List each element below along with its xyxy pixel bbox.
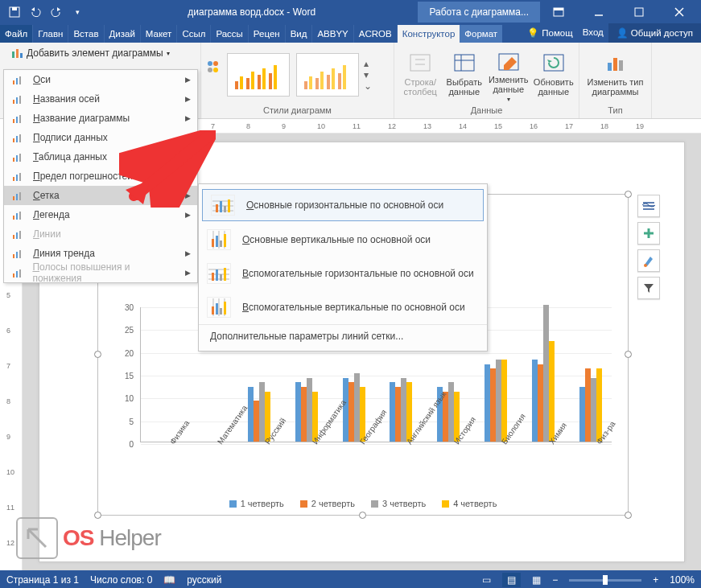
svg-rect-15 (235, 81, 238, 89)
legend-item[interactable]: 1 четверть (229, 499, 284, 508)
web-layout-button[interactable]: ▦ (532, 574, 541, 586)
tab-mailings[interactable]: Рассы (211, 25, 248, 43)
refresh-data-button[interactable]: Обновить данные (533, 47, 574, 103)
print-layout-button[interactable]: ▤ (502, 573, 521, 587)
tell-me[interactable]: 💡Помощ (522, 23, 577, 43)
resize-handle[interactable] (94, 351, 101, 358)
svg-rect-52 (13, 158, 14, 162)
bar[interactable] (532, 360, 538, 442)
bar[interactable] (585, 368, 591, 442)
page-indicator[interactable]: Страница 1 из 1 (6, 574, 79, 586)
bar[interactable] (401, 378, 406, 442)
zoom-in-button[interactable]: + (653, 574, 658, 586)
menu-item-data-labels[interactable]: Подписи данных▶ (4, 128, 197, 147)
bar[interactable] (549, 341, 555, 442)
bar[interactable] (348, 382, 354, 442)
bar[interactable] (301, 387, 307, 442)
bar[interactable] (343, 378, 348, 442)
tab-layout[interactable]: Макет (141, 25, 178, 43)
chart-filters-button[interactable] (637, 277, 660, 299)
styles-gallery-more[interactable]: ▴▾⌄ (364, 58, 375, 92)
bar[interactable] (485, 364, 490, 442)
tab-insert[interactable]: Встав (68, 25, 104, 43)
qat-customize[interactable]: ▾ (68, 2, 87, 22)
bar[interactable] (579, 387, 585, 442)
bar[interactable] (259, 382, 265, 442)
change-chart-type-button[interactable]: Изменить тип диаграммы (584, 47, 646, 103)
signin-link[interactable]: Вход (578, 23, 608, 43)
resize-handle[interactable] (625, 351, 632, 358)
gridlines-option-3[interactable]: Вспомогательные вертикальные по основной… (199, 290, 487, 324)
legend-item[interactable]: 2 четверть (300, 499, 355, 508)
tab-file[interactable]: Файл (0, 25, 33, 43)
chart-style-1[interactable] (227, 53, 290, 97)
layout-options-button[interactable] (637, 195, 660, 217)
edit-data-button[interactable]: Изменить данные▾ (487, 47, 530, 103)
bar[interactable] (448, 382, 454, 442)
zoom-level[interactable]: 100% (670, 574, 695, 586)
spellcheck-icon[interactable]: 📖 (163, 574, 175, 586)
svg-rect-16 (240, 76, 243, 89)
language-indicator[interactable]: русский (187, 574, 221, 586)
gridlines-option-1[interactable]: Основные вертикальные по основной оси (199, 223, 487, 257)
chart-legend[interactable]: 1 четверть2 четверть3 четверть4 четверть (98, 499, 628, 508)
legend-item[interactable]: 4 четверть (442, 499, 497, 508)
ribbon-display-options[interactable] (540, 0, 577, 23)
menu-item-chart-title[interactable]: Название диаграммы▶ (4, 109, 197, 128)
menu-item-error-bars[interactable]: Предел погрешностей▶ (4, 167, 197, 186)
bar[interactable] (543, 305, 549, 442)
zoom-out-button[interactable]: − (552, 574, 558, 586)
bar[interactable] (354, 373, 360, 442)
menu-item-trendline[interactable]: Линия тренда▶ (4, 244, 197, 263)
menu-item-legend[interactable]: Легенда▶ (4, 205, 197, 224)
tab-chart-format[interactable]: Формат (460, 25, 502, 43)
menu-item-data-table[interactable]: Таблица данных▶ (4, 147, 197, 167)
close-button[interactable] (661, 0, 698, 23)
minimize-button[interactable] (580, 0, 617, 23)
zoom-slider[interactable] (569, 579, 641, 582)
bar[interactable] (591, 378, 596, 442)
redo-button[interactable] (47, 2, 66, 22)
bar[interactable] (248, 387, 254, 442)
menu-item-axes[interactable]: Оси▶ (4, 70, 197, 89)
bar[interactable] (490, 368, 496, 442)
chart-elements-button[interactable] (637, 222, 660, 245)
bar[interactable] (496, 360, 501, 442)
gridlines-option-0[interactable]: Основные горизонтальные по основной оси (202, 189, 484, 221)
bar[interactable] (254, 401, 259, 442)
resize-handle[interactable] (625, 512, 632, 519)
resize-handle[interactable] (625, 191, 632, 198)
resize-handle[interactable] (359, 512, 366, 519)
undo-button[interactable] (26, 2, 45, 22)
bar[interactable] (295, 382, 301, 442)
tab-acrobat[interactable]: ACROB (354, 25, 398, 43)
select-data-button[interactable]: Выбрать данные (444, 47, 484, 103)
chart-colors-button[interactable] (206, 59, 222, 91)
bar[interactable] (538, 364, 543, 442)
bar[interactable] (501, 360, 507, 442)
add-chart-element-button[interactable]: Добавить элемент диаграммы ▾ (5, 44, 196, 62)
save-button[interactable] (5, 2, 24, 22)
bar[interactable] (390, 382, 395, 442)
legend-item[interactable]: 3 четверть (371, 499, 426, 508)
gridlines-option-2[interactable]: Вспомогательные горизонтальные по основн… (199, 257, 487, 290)
tab-abbyy[interactable]: ABBYY (312, 25, 353, 43)
svg-rect-31 (410, 55, 430, 71)
menu-item-gridlines[interactable]: Сетка▶ (4, 186, 197, 205)
bar[interactable] (307, 378, 312, 442)
chart-styles-button[interactable] (637, 249, 660, 272)
word-count[interactable]: Число слов: 0 (90, 574, 152, 586)
share-button[interactable]: 👤Общий доступ (608, 23, 701, 43)
read-mode-button[interactable]: ▭ (482, 574, 491, 586)
more-gridline-options[interactable]: Дополнительные параметры линий сетки... (199, 324, 487, 347)
tab-chart-design[interactable]: Конструктор (398, 25, 460, 43)
menu-item-axis-title[interactable]: Названия осей▶ (4, 89, 197, 109)
tab-view[interactable]: Вид (286, 25, 313, 43)
bar[interactable] (395, 387, 401, 442)
chart-style-2[interactable] (296, 53, 359, 97)
maximize-button[interactable] (621, 0, 658, 23)
tab-design[interactable]: Дизай (105, 25, 141, 43)
tab-home[interactable]: Главн (33, 25, 68, 43)
tab-references[interactable]: Ссыл (177, 25, 211, 43)
tab-review[interactable]: Рецен (249, 25, 286, 43)
